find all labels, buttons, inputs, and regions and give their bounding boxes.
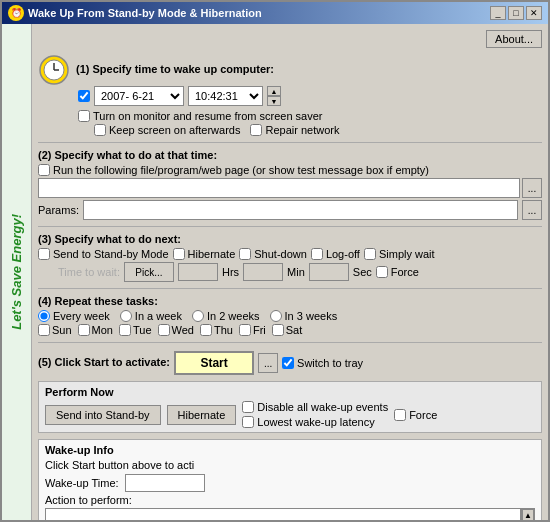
time-select[interactable]: 10:42:31 [188, 86, 263, 106]
hrs-input[interactable] [178, 263, 218, 281]
hibernate-row: Hibernate [173, 248, 236, 260]
sat-checkbox[interactable] [272, 324, 284, 336]
action-row: Action to perform: [45, 494, 535, 506]
disable-wakeup-checkbox[interactable] [242, 401, 254, 413]
wed-day: Wed [158, 324, 194, 336]
monitor-checkbox-row: Turn on monitor and resume from screen s… [78, 110, 339, 122]
action-scrollbar-box: ▲ ▼ [45, 508, 535, 520]
spin-up-icon[interactable]: ▲ [267, 86, 281, 96]
section1-label: (1) Specify time to wake up computer: [76, 63, 274, 75]
close-button[interactable]: ✕ [526, 6, 542, 20]
title-bar: ⏰ Wake Up From Stand-by Mode & Hibernati… [2, 2, 548, 24]
run-file-label: Run the following file/program/web page … [53, 164, 429, 176]
clock-icon [38, 54, 70, 86]
file-input[interactable] [38, 178, 520, 198]
section4-label: (4) Repeat these tasks: [38, 295, 542, 307]
in-week-radio[interactable] [120, 310, 132, 322]
monitor-checkboxes: Turn on monitor and resume from screen s… [78, 110, 339, 136]
low-latency-label: Lowest wake-up latency [257, 416, 374, 428]
repair-network-label: Repair network [265, 124, 339, 136]
every-week-row: Every week [38, 310, 110, 322]
content-area: Let's Save Energy! About... (1) Specify … [2, 24, 548, 520]
min-input[interactable] [243, 263, 283, 281]
low-latency-checkbox[interactable] [242, 416, 254, 428]
force-label: Force [391, 266, 419, 278]
action-textarea[interactable] [45, 508, 521, 520]
fri-label: Fri [253, 324, 266, 336]
sat-day: Sat [272, 324, 303, 336]
fri-day: Fri [239, 324, 266, 336]
run-file-checkbox[interactable] [38, 164, 50, 176]
repair-network-checkbox[interactable] [250, 124, 262, 136]
wakeup-click-msg: Click Start button above to acti [45, 459, 535, 471]
in-2weeks-row: In 2 weeks [192, 310, 260, 322]
left-sidebar: Let's Save Energy! [2, 24, 32, 520]
sun-checkbox[interactable] [38, 324, 50, 336]
thu-checkbox[interactable] [200, 324, 212, 336]
disable-wakeup-label: Disable all wake-up events [257, 401, 388, 413]
minimize-button[interactable]: _ [490, 6, 506, 20]
mon-checkbox[interactable] [78, 324, 90, 336]
section3-checkboxes: Send to Stand-by Mode Hibernate Shut-dow… [38, 248, 542, 260]
file-browse-btn[interactable]: ... [522, 178, 542, 198]
perform-checkboxes: Disable all wake-up events Lowest wake-u… [242, 401, 388, 428]
tue-label: Tue [133, 324, 152, 336]
hibernate-now-button[interactable]: Hibernate [167, 405, 237, 425]
maximize-button[interactable]: □ [508, 6, 524, 20]
shutdown-checkbox[interactable] [239, 248, 251, 260]
logoff-checkbox[interactable] [311, 248, 323, 260]
hibernate-checkbox[interactable] [173, 248, 185, 260]
keep-screen-checkbox[interactable] [94, 124, 106, 136]
send-standby-button[interactable]: Send into Stand-by [45, 405, 161, 425]
monitor-label: Turn on monitor and resume from screen s… [93, 110, 322, 122]
hrs-label: Hrs [222, 266, 239, 278]
params-label: Params: [38, 204, 79, 216]
simply-wait-row: Simply wait [364, 248, 435, 260]
shutdown-row: Shut-down [239, 248, 307, 260]
section2-label: (2) Specify what to do at that time: [38, 149, 542, 161]
divider2 [38, 226, 542, 227]
window-title: Wake Up From Stand-by Mode & Hibernation [28, 7, 262, 19]
params-browse-btn[interactable]: ... [522, 200, 542, 220]
monitor-checkbox[interactable] [78, 110, 90, 122]
in-2weeks-radio[interactable] [192, 310, 204, 322]
section3-label: (3) Specify what to do next: [38, 233, 542, 245]
scroll-up-button[interactable]: ▲ [522, 509, 534, 520]
section3: (3) Specify what to do next: Send to Sta… [38, 233, 542, 282]
wakeup-time-input[interactable] [125, 474, 205, 492]
force-row: Force [376, 266, 419, 278]
time-wait-label: Time to wait: [58, 266, 120, 278]
standby-checkbox[interactable] [38, 248, 50, 260]
switch-tray-label: Switch to tray [297, 357, 363, 369]
force-checkbox[interactable] [376, 266, 388, 278]
main-content: About... (1) Specify time to wake up com… [32, 24, 548, 520]
date-select[interactable]: 2007- 6-21 [94, 86, 184, 106]
every-week-radio[interactable] [38, 310, 50, 322]
file-row: ... [38, 178, 542, 198]
section1-top: (1) Specify time to wake up computer: [38, 54, 542, 86]
perform-force-checkbox[interactable] [394, 409, 406, 421]
thu-label: Thu [214, 324, 233, 336]
start-button[interactable]: Start [174, 351, 254, 375]
wed-checkbox[interactable] [158, 324, 170, 336]
sec-input[interactable] [309, 263, 349, 281]
spin-down-icon[interactable]: ▼ [267, 96, 281, 106]
switch-tray-checkbox[interactable] [282, 357, 294, 369]
params-input[interactable] [83, 200, 518, 220]
start-dots-button[interactable]: ... [258, 353, 278, 373]
fri-checkbox[interactable] [239, 324, 251, 336]
tue-day: Tue [119, 324, 152, 336]
every-week-label: Every week [53, 310, 110, 322]
hibernate-label: Hibernate [188, 248, 236, 260]
date-checkbox[interactable] [78, 90, 90, 102]
repeat-radio-group: Every week In a week In 2 weeks In 3 wee… [38, 310, 542, 322]
simply-wait-checkbox[interactable] [364, 248, 376, 260]
in-3weeks-radio[interactable] [270, 310, 282, 322]
in-week-row: In a week [120, 310, 182, 322]
about-button[interactable]: About... [486, 30, 542, 48]
tue-checkbox[interactable] [119, 324, 131, 336]
pick-button[interactable]: Pick... [124, 262, 174, 282]
standby-row: Send to Stand-by Mode [38, 248, 169, 260]
time-spinner[interactable]: ▲ ▼ [267, 86, 281, 106]
perform-now-box: Perform Now Send into Stand-by Hibernate… [38, 381, 542, 433]
